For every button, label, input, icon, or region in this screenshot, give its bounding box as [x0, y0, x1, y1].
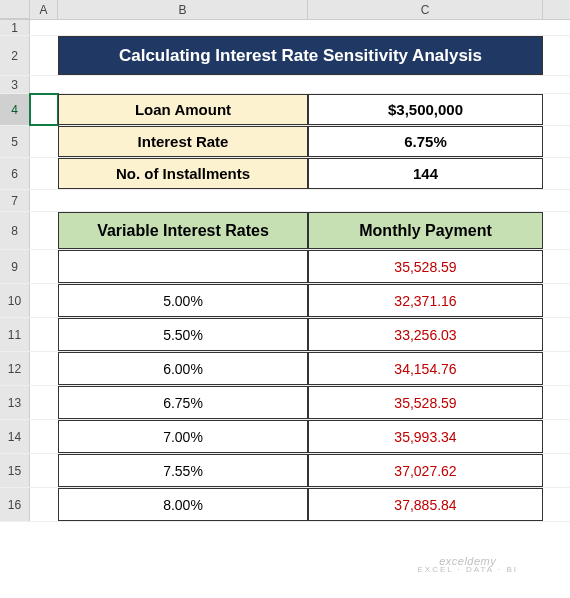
- row-6: 6 No. of Installments 144: [0, 158, 570, 190]
- row-9: 9 35,528.59: [0, 250, 570, 284]
- watermark: exceldemy EXCEL · DATA · BI: [417, 555, 518, 574]
- row-12: 12 6.00% 34,154.76: [0, 352, 570, 386]
- table-row-rate[interactable]: [58, 250, 308, 283]
- table-row-rate[interactable]: 7.55%: [58, 454, 308, 487]
- interest-rate-value[interactable]: 6.75%: [308, 126, 543, 157]
- row-4: 4 Loan Amount $3,500,000: [0, 94, 570, 126]
- cell-A16[interactable]: [30, 488, 58, 521]
- cell-A9[interactable]: [30, 250, 58, 283]
- column-headers: A B C: [0, 0, 570, 20]
- cell-C7[interactable]: [308, 190, 543, 211]
- cell-B3[interactable]: [58, 76, 308, 93]
- table-row-rate[interactable]: 8.00%: [58, 488, 308, 521]
- row-8: 8 Variable Interest Rates Monthly Paymen…: [0, 212, 570, 250]
- cell-A11[interactable]: [30, 318, 58, 351]
- cell-A5[interactable]: [30, 126, 58, 157]
- table-row-rate[interactable]: 6.75%: [58, 386, 308, 419]
- table-row-payment[interactable]: 37,885.84: [308, 488, 543, 521]
- select-all-corner[interactable]: [0, 0, 30, 19]
- col-header-A[interactable]: A: [30, 0, 58, 19]
- cell-A4-active[interactable]: [30, 94, 58, 125]
- row-header-3[interactable]: 3: [0, 76, 30, 93]
- table-row-payment[interactable]: 34,154.76: [308, 352, 543, 385]
- table-row-rate[interactable]: 5.00%: [58, 284, 308, 317]
- row-header-1[interactable]: 1: [0, 20, 30, 35]
- cell-A15[interactable]: [30, 454, 58, 487]
- title-cell[interactable]: Calculating Interest Rate Sensitivity An…: [58, 36, 543, 75]
- row-10: 10 5.00% 32,371.16: [0, 284, 570, 318]
- row-header-9[interactable]: 9: [0, 250, 30, 283]
- cell-C1[interactable]: [308, 20, 543, 35]
- cell-C3[interactable]: [308, 76, 543, 93]
- cell-A2[interactable]: [30, 36, 58, 75]
- row-16: 16 8.00% 37,885.84: [0, 488, 570, 522]
- cell-B7[interactable]: [58, 190, 308, 211]
- watermark-sub: EXCEL · DATA · BI: [417, 565, 518, 574]
- row-header-11[interactable]: 11: [0, 318, 30, 351]
- table-row-payment[interactable]: 37,027.62: [308, 454, 543, 487]
- cell-A1[interactable]: [30, 20, 58, 35]
- loan-amount-value[interactable]: $3,500,000: [308, 94, 543, 125]
- cell-A14[interactable]: [30, 420, 58, 453]
- row-header-8[interactable]: 8: [0, 212, 30, 249]
- table-row-rate[interactable]: 5.50%: [58, 318, 308, 351]
- row-11: 11 5.50% 33,256.03: [0, 318, 570, 352]
- row-header-10[interactable]: 10: [0, 284, 30, 317]
- installments-label[interactable]: No. of Installments: [58, 158, 308, 189]
- row-7: 7: [0, 190, 570, 212]
- cell-A6[interactable]: [30, 158, 58, 189]
- row-14: 14 7.00% 35,993.34: [0, 420, 570, 454]
- cell-B1[interactable]: [58, 20, 308, 35]
- cell-A12[interactable]: [30, 352, 58, 385]
- row-2: 2 Calculating Interest Rate Sensitivity …: [0, 36, 570, 76]
- monthly-payment-header[interactable]: Monthly Payment: [308, 212, 543, 249]
- row-header-6[interactable]: 6: [0, 158, 30, 189]
- table-row-payment[interactable]: 33,256.03: [308, 318, 543, 351]
- interest-rate-label[interactable]: Interest Rate: [58, 126, 308, 157]
- cell-A10[interactable]: [30, 284, 58, 317]
- table-row-rate[interactable]: 6.00%: [58, 352, 308, 385]
- row-header-14[interactable]: 14: [0, 420, 30, 453]
- row-header-5[interactable]: 5: [0, 126, 30, 157]
- loan-amount-label[interactable]: Loan Amount: [58, 94, 308, 125]
- row-1: 1: [0, 20, 570, 36]
- spreadsheet-grid: A B C 1 2 Calculating Interest Rate Sens…: [0, 0, 570, 522]
- row-header-13[interactable]: 13: [0, 386, 30, 419]
- row-header-4[interactable]: 4: [0, 94, 30, 125]
- col-header-B[interactable]: B: [58, 0, 308, 19]
- variable-rates-header[interactable]: Variable Interest Rates: [58, 212, 308, 249]
- table-row-rate[interactable]: 7.00%: [58, 420, 308, 453]
- row-header-2[interactable]: 2: [0, 36, 30, 75]
- row-header-12[interactable]: 12: [0, 352, 30, 385]
- row-header-7[interactable]: 7: [0, 190, 30, 211]
- cell-A8[interactable]: [30, 212, 58, 249]
- table-row-payment[interactable]: 35,993.34: [308, 420, 543, 453]
- installments-value[interactable]: 144: [308, 158, 543, 189]
- table-row-payment[interactable]: 35,528.59: [308, 386, 543, 419]
- row-header-16[interactable]: 16: [0, 488, 30, 521]
- row-5: 5 Interest Rate 6.75%: [0, 126, 570, 158]
- cell-A7[interactable]: [30, 190, 58, 211]
- col-header-C[interactable]: C: [308, 0, 543, 19]
- table-row-payment[interactable]: 32,371.16: [308, 284, 543, 317]
- row-13: 13 6.75% 35,528.59: [0, 386, 570, 420]
- table-row-payment[interactable]: 35,528.59: [308, 250, 543, 283]
- row-header-15[interactable]: 15: [0, 454, 30, 487]
- row-3: 3: [0, 76, 570, 94]
- row-15: 15 7.55% 37,027.62: [0, 454, 570, 488]
- cell-A3[interactable]: [30, 76, 58, 93]
- cell-A13[interactable]: [30, 386, 58, 419]
